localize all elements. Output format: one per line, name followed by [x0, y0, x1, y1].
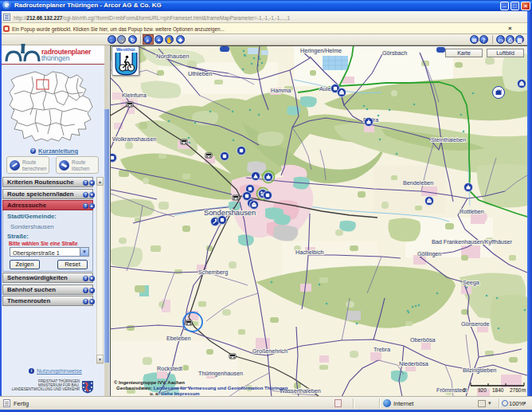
- svg-text:Hachelbich: Hachelbich: [295, 249, 324, 256]
- svg-text:Günserode: Günserode: [461, 320, 490, 328]
- svg-text:0: 0: [463, 387, 466, 393]
- svg-text:Thüringenhausen: Thüringenhausen: [198, 370, 243, 377]
- svg-text:Görsbach: Görsbach: [382, 49, 407, 57]
- svg-text:Geobasisdaten: Landesamt für V: Geobasisdaten: Landesamt für Vermessung …: [116, 386, 288, 390]
- svg-text:Sondershausen: Sondershausen: [204, 209, 256, 217]
- svg-text:Oberbösa: Oberbösa: [410, 336, 436, 343]
- svg-text:Rockstedt: Rockstedt: [157, 365, 182, 372]
- svg-text:Rottleben: Rottleben: [460, 208, 484, 215]
- svg-text:Steinthaleben: Steinthaleben: [431, 136, 466, 143]
- svg-text:Seega: Seega: [463, 279, 479, 286]
- svg-text:Hamma: Hamma: [271, 87, 291, 94]
- svg-text:Schernberg: Schernberg: [198, 269, 228, 276]
- svg-text:920: 920: [478, 387, 487, 393]
- svg-text:m: m: [522, 387, 526, 393]
- svg-text:Wolkramshausen: Wolkramshausen: [112, 135, 156, 143]
- svg-text:2760: 2760: [510, 387, 522, 393]
- svg-text:© Ingenieurgruppe IVV, Aachen: © Ingenieurgruppe IVV, Aachen: [114, 380, 185, 385]
- svg-text:Heringen/Helme: Heringen/Helme: [300, 47, 342, 54]
- svg-text:Bilzingsleben: Bilzingsleben: [463, 367, 496, 374]
- svg-text:Ebeleben: Ebeleben: [166, 335, 190, 342]
- svg-text:Niederbösa: Niederbösa: [399, 360, 428, 367]
- svg-text:Trebra: Trebra: [374, 346, 390, 353]
- svg-text:1840: 1840: [492, 387, 504, 393]
- svg-text:Kleinfurra: Kleinfurra: [122, 92, 147, 99]
- svg-text:Großenehrich: Großenehrich: [252, 347, 288, 355]
- svg-text:Bendeleben: Bendeleben: [403, 179, 433, 186]
- svg-text:Nordhausen: Nordhausen: [156, 53, 189, 60]
- svg-text:Uthleben: Uthleben: [188, 70, 212, 77]
- svg-text:Göllingen: Göllingen: [417, 250, 441, 257]
- svg-text:Bad Frankenhausen/Kyffhäuser: Bad Frankenhausen/Kyffhäuser: [432, 238, 513, 245]
